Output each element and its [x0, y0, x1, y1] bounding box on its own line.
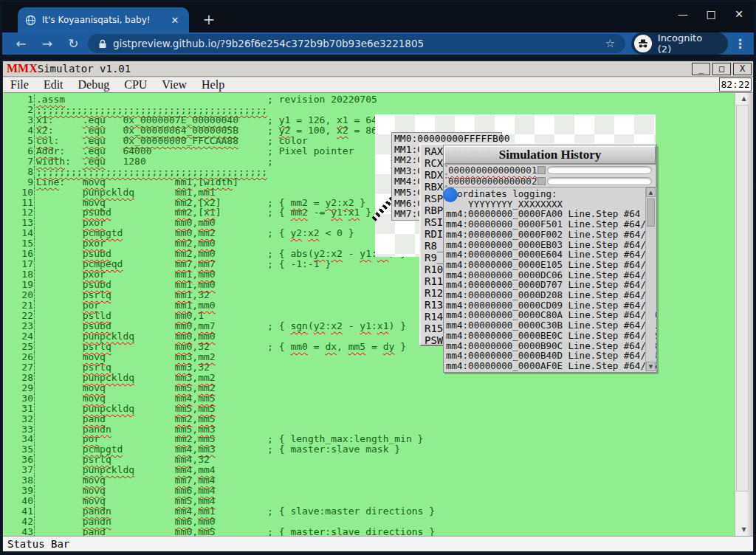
back-button[interactable]: ←	[8, 36, 34, 51]
code-line[interactable]: 41 pandn mm4,mm1 ; { slave:master direct…	[7, 506, 733, 517]
code-text[interactable]: punpckldq mm1,mm1	[35, 187, 216, 198]
code-text[interactable]: punpckldq mm0,mm0	[35, 331, 216, 342]
scroll-up-icon[interactable]: ▲	[735, 93, 752, 105]
code-line[interactable]: 33 pandn mm5,mm3	[7, 424, 733, 435]
code-line[interactable]: 1.assm ; revision 20220705	[7, 94, 733, 105]
code-line[interactable]: 43 pand mm0,mm5 ; { master:slave directi…	[7, 527, 733, 536]
window-minimize-button[interactable]: —	[677, 8, 689, 20]
code-text[interactable]: .assm ; revision 20220705	[35, 94, 377, 105]
app-maximize-button[interactable]: □	[712, 63, 731, 75]
code-text[interactable]: movq mm5,mm2	[35, 383, 216, 393]
code-text[interactable]: psubd mm2,[x1] ; { mm2 -= y1:x1 }	[35, 207, 371, 218]
scrollbar-thumb[interactable]	[736, 105, 749, 492]
address-bar[interactable]: gistpreview.github.io/?9b26f6e254c372b9b…	[88, 34, 625, 53]
code-text[interactable]: por mm1,mm0	[35, 300, 216, 311]
menu-cpu[interactable]: CPU	[117, 77, 154, 92]
code-text[interactable]: psrlq mm4,32	[35, 455, 210, 465]
forward-button[interactable]: →	[34, 36, 60, 51]
menu-edit[interactable]: Edit	[36, 77, 71, 92]
code-line[interactable]: 31 punpckldq mm5,mm5	[7, 404, 733, 414]
code-text[interactable]: movq mm6,mm4	[35, 486, 216, 496]
code-line[interactable]: 2;;;;;;;;;;;;;;;;;;;;;;;;;;;;;;;;;;;;;;;…	[7, 105, 733, 115]
code-line[interactable]: 28 punpckldq mm3,mm2	[7, 373, 733, 383]
code-text[interactable]: movq mm3,mm2	[35, 352, 216, 362]
app-close-button[interactable]: X	[733, 63, 752, 75]
code-text[interactable]: pand mm0,mm5 ; { master:slave directions…	[35, 527, 435, 536]
code-text[interactable]: movq mm2,[x2] ; { mm2 = y2:x2 }	[35, 198, 365, 208]
rdx-slider-track[interactable]	[547, 177, 652, 185]
tab-close-icon[interactable]: ✕	[168, 15, 182, 26]
history-scroll-down-icon[interactable]: ▼	[646, 362, 656, 371]
code-text[interactable]: punpckldq mm3,mm2	[35, 373, 216, 383]
code-line[interactable]: 38 movq mm7,mm4	[7, 475, 733, 486]
code-text[interactable]: psrlq mm1,32	[35, 290, 210, 300]
code-text[interactable]: x1: .equ 0x_0000007E_00000040 ; y1 = 126…	[35, 115, 377, 125]
code-text[interactable]: pxor mm2,mm0	[35, 238, 216, 249]
code-text[interactable]: pslld mm0,1	[35, 311, 204, 321]
new-tab-button[interactable]: +	[200, 11, 218, 29]
code-text[interactable]: pcmpeqd mm7,mm7 ; { -1:-1 }	[35, 259, 331, 269]
menu-help[interactable]: Help	[194, 77, 232, 92]
history-scrollbar[interactable]: ▲ ▼	[645, 187, 656, 371]
code-line[interactable]: 39 movq mm6,mm4	[7, 486, 733, 496]
rcx-value[interactable]: 0000000000000001	[448, 165, 537, 176]
code-line[interactable]: 35 pcmpgtd mm4,mm3 ; { master:slave mask…	[7, 444, 733, 455]
code-line[interactable]: 37 punpckldq mm4,mm4	[7, 465, 733, 475]
menu-file[interactable]: File	[3, 77, 36, 92]
history-scrollbar-thumb[interactable]	[647, 199, 655, 227]
code-text[interactable]: psubd mm0,mm7 ; { sgn(y2:x2 - y1:x1) }	[35, 321, 406, 331]
code-line[interactable]: 40 movq mm5,mm4	[7, 496, 733, 506]
code-text[interactable]: movq mm5,mm4	[35, 496, 216, 506]
history-scroll-up-icon[interactable]: ▲	[646, 187, 656, 197]
code-text[interactable]: pandn mm5,mm3	[35, 424, 216, 435]
code-text[interactable]: ;;;;;;;;;;;;;;;;;;;;;;;;;;;;;;;;;;;;;;;;	[35, 105, 267, 115]
coordinates-log[interactable]: Coordinates logging: YYYYYYYY_XXXXXXXXmm…	[444, 187, 656, 372]
code-line[interactable]: 30 movq mm4,mm5	[7, 393, 733, 404]
code-text[interactable]: psubd mm1,mm0	[35, 280, 216, 290]
code-text[interactable]: Line: movq mm1,[width]	[35, 177, 238, 187]
code-text[interactable]: punpckldq mm5,mm5	[35, 404, 216, 414]
window-maximize-button[interactable]: □	[705, 8, 717, 20]
editor-scrollbar[interactable]: ▲ ▼	[735, 93, 752, 536]
code-text[interactable]: pxor mm0,mm0	[35, 218, 216, 228]
menu-debug[interactable]: Debug	[71, 77, 117, 92]
rcx-slider-handle[interactable]	[537, 166, 546, 174]
code-text[interactable]: psubd mm2,mm0 ; { abs(y2:x2 - y1:x1) }	[35, 249, 406, 259]
app-minimize-button[interactable]: _	[692, 63, 710, 75]
code-text[interactable]: x2: .equ 0x_00000064_0000005B ; y2 = 100…	[35, 125, 377, 136]
code-line[interactable]: 32 pand mm2,mm5	[7, 414, 733, 424]
code-text[interactable]: movq mm7,mm4	[35, 475, 216, 486]
code-line[interactable]: 42 pandn mm6,mm0	[7, 517, 733, 527]
code-text[interactable]: pand mm2,mm5	[35, 414, 216, 424]
code-text[interactable]: pandn mm6,mm0	[35, 517, 216, 527]
rcx-slider-track[interactable]	[547, 166, 652, 174]
reload-button[interactable]: ↻	[61, 36, 86, 51]
incognito-badge[interactable]: Incognito (2)	[631, 32, 728, 55]
code-text[interactable]: pcmpgtd mm4,mm3 ; { master:slave mask }	[35, 444, 400, 455]
code-text[interactable]: movq mm4,mm5	[35, 393, 216, 404]
code-text[interactable]: psrlq mm3,32	[35, 362, 210, 373]
history-title-bar[interactable]: Simulation History	[444, 145, 656, 165]
code-text[interactable]: psrlq mm0,32 ; { mm0 = dx, mm5 = dy }	[35, 342, 406, 352]
code-text[interactable]: pxor mm1,mm0	[35, 269, 216, 280]
code-text[interactable]: pandn mm4,mm1 ; { slave:master direction…	[35, 506, 435, 517]
window-close-button[interactable]: ✕	[733, 8, 745, 20]
lock-icon[interactable]	[98, 39, 107, 49]
bookmark-star-icon[interactable]: ☆	[605, 37, 615, 50]
rdx-slider-handle[interactable]	[537, 177, 546, 185]
rdx-value[interactable]: 0000000000000002	[448, 176, 537, 187]
code-text[interactable]: por mm2,mm5 ; { length_max:length_min }	[35, 434, 423, 444]
code-text[interactable]: width: .equ 1280 ;	[35, 156, 273, 167]
code-text[interactable]: col: .equ 0x_00000000_FFCCAA88 ; color	[35, 136, 308, 146]
slider-thumb[interactable]	[443, 187, 458, 202]
code-line[interactable]: 29 movq mm5,mm2	[7, 383, 733, 393]
browser-menu-icon[interactable]: ⋮	[734, 36, 746, 51]
code-line[interactable]: 36 psrlq mm4,32	[7, 455, 733, 465]
code-line[interactable]: 34 por mm2,mm5 ; { length_max:length_min…	[7, 434, 733, 444]
code-text[interactable]: pcmpgtd mm0,mm2 ; { y2:x2 < 0 }	[35, 228, 354, 238]
code-text[interactable]: punpckldq mm4,mm4	[35, 465, 216, 475]
code-text[interactable]: Addr: .equ 64000 ; Pixel pointer	[35, 146, 354, 156]
menu-view[interactable]: View	[154, 77, 194, 92]
code-text[interactable]: ;;;;;;;;;;;;;;;;;;;;;;;;;;;;;;;;;;;;;;;;	[35, 167, 267, 177]
simulation-history-window[interactable]: Simulation History 0000000000000001 0000…	[443, 145, 657, 373]
